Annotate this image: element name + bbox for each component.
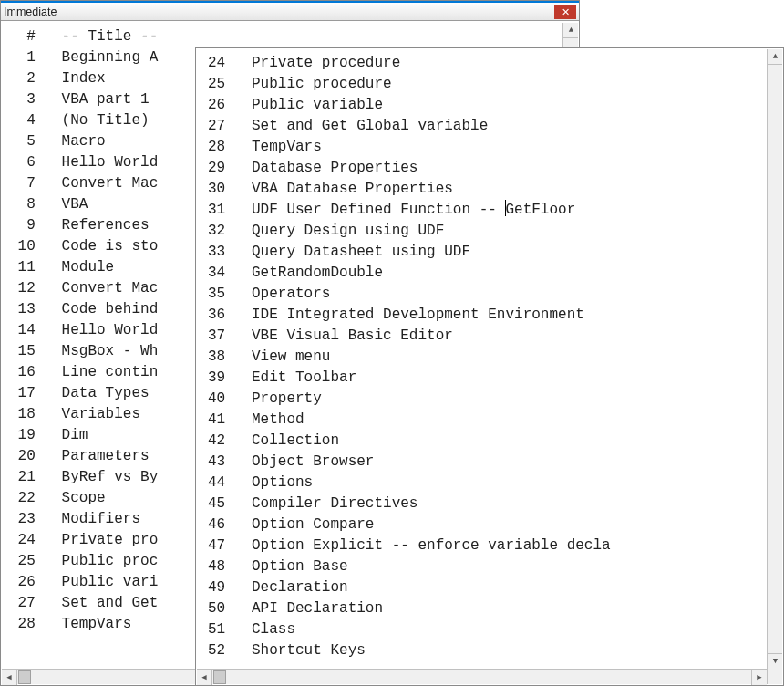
list-item: 42 Collection xyxy=(208,432,339,449)
horizontal-scrollbar[interactable]: ◀ ▶ xyxy=(197,669,782,684)
list-item: 51 Class xyxy=(208,621,295,638)
front-body: 24 Private procedure 25 Public procedure… xyxy=(197,49,782,669)
vertical-scrollbar[interactable]: ▲ ▼ xyxy=(767,49,782,669)
scroll-left-icon[interactable]: ◀ xyxy=(2,670,17,685)
list-item: 27 Set and Get Global variable xyxy=(208,118,488,134)
list-item: 48 Option Base xyxy=(208,558,348,575)
list-item: 36 IDE Integrated Development Environmen… xyxy=(208,307,584,323)
scroll-corner xyxy=(767,669,782,684)
front-window: 24 Private procedure 25 Public procedure… xyxy=(195,47,784,686)
list-item: 37 VBE Visual Basic Editor xyxy=(208,327,453,344)
list-item: 43 Object Browser xyxy=(208,453,374,470)
list-item: 34 GetRandomDouble xyxy=(208,265,383,281)
front-text-pane[interactable]: 24 Private procedure 25 Public procedure… xyxy=(197,49,767,669)
scroll-up-icon[interactable]: ▲ xyxy=(563,23,578,38)
list-item: 31 UDF User Defined Function -- xyxy=(208,202,505,218)
list-item: 50 API Declaration xyxy=(208,600,383,617)
list-item: 24 Private procedure xyxy=(208,55,400,71)
immediate-titlebar[interactable]: Immediate ✕ xyxy=(1,1,579,21)
list-item: 30 VBA Database Properties xyxy=(208,181,453,197)
list-item: 25 Public procedure xyxy=(208,76,392,92)
window-title: Immediate xyxy=(4,5,554,18)
scroll-down-icon[interactable]: ▼ xyxy=(768,653,782,669)
list-item: 47 Option Explicit -- enforce variable d… xyxy=(208,537,611,554)
list-item: 35 Operators xyxy=(208,286,330,302)
list-item: 41 Method xyxy=(208,411,304,428)
list-item: 26 Public variable xyxy=(208,97,383,113)
list-item: 40 Property xyxy=(208,390,322,407)
list-item: 38 View menu xyxy=(208,348,330,365)
list-item: 29 Database Properties xyxy=(208,160,418,176)
list-item: 45 Compiler Directives xyxy=(208,495,418,512)
scroll-thumb[interactable] xyxy=(18,670,31,684)
list-item: 28 TempVars xyxy=(208,139,322,155)
scroll-left-icon[interactable]: ◀ xyxy=(197,670,212,685)
scroll-right-icon[interactable]: ▶ xyxy=(751,670,767,685)
list-item: 49 Declaration xyxy=(208,579,348,596)
scroll-up-icon[interactable]: ▲ xyxy=(768,49,782,65)
list-item: 52 Shortcut Keys xyxy=(208,642,366,659)
list-item: 32 Query Design using UDF xyxy=(208,223,444,239)
list-item: 46 Option Compare xyxy=(208,516,374,533)
list-item: 33 Query Datasheet using UDF xyxy=(208,244,470,260)
scroll-thumb[interactable] xyxy=(213,670,226,684)
list-item: GetFloor xyxy=(505,202,575,218)
close-icon[interactable]: ✕ xyxy=(554,5,576,19)
list-item: 44 Options xyxy=(208,474,313,491)
list-item: 39 Edit Toolbar xyxy=(208,369,356,386)
